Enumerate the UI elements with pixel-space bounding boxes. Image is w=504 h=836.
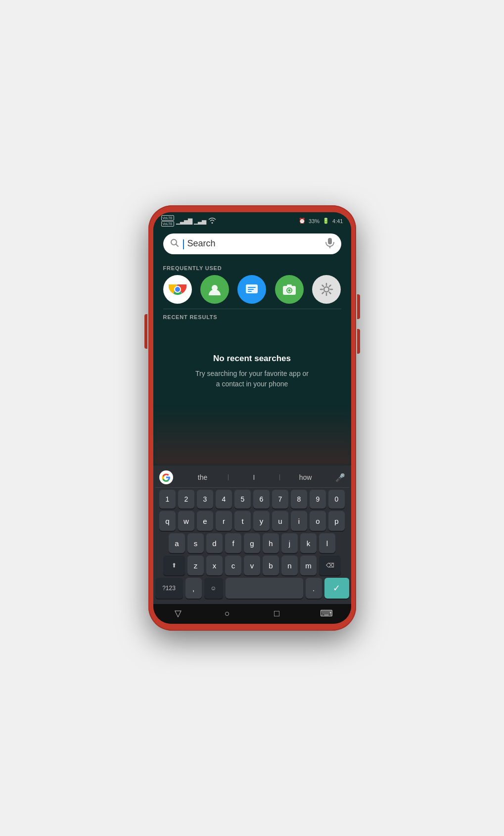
key-d[interactable]: d [206, 533, 223, 553]
key-y[interactable]: y [253, 511, 270, 531]
suggestion-the[interactable]: the [177, 472, 229, 482]
volume-down-button[interactable] [357, 329, 360, 354]
suggestion-i[interactable]: I [229, 472, 280, 482]
signal-strength: ▁▃▅▇ [176, 218, 192, 225]
key-0[interactable]: 0 [328, 490, 345, 509]
key-w[interactable]: w [178, 511, 194, 531]
nav-back-button[interactable]: ▽ [169, 608, 187, 619]
key-j[interactable]: j [281, 533, 298, 553]
signal-strength2: ▁▃▅ [194, 218, 206, 225]
key-3[interactable]: 3 [197, 490, 213, 509]
nav-recents-button[interactable]: □ [268, 608, 286, 619]
key-backspace[interactable]: ⌫ [319, 556, 341, 575]
key-k[interactable]: k [300, 533, 317, 553]
svg-line-23 [329, 292, 331, 294]
key-p[interactable]: p [328, 511, 345, 531]
app-icon-camera[interactable] [275, 275, 304, 304]
key-comma[interactable]: , [185, 578, 202, 599]
key-1[interactable]: 1 [159, 490, 176, 509]
search-input[interactable]: Search [183, 238, 321, 249]
app-icon-contacts[interactable] [200, 275, 229, 304]
key-q[interactable]: q [159, 511, 176, 531]
phone-screen: VoLTE VoLTE ▁▃▅▇ ▁▃▅ ⏰ 33% 🔋 4:41 [153, 212, 351, 624]
key-8[interactable]: 8 [291, 490, 307, 509]
key-n[interactable]: n [281, 556, 298, 575]
svg-line-22 [322, 285, 323, 287]
search-area: Search [153, 229, 351, 260]
key-period[interactable]: . [306, 578, 322, 599]
app-icon-messaging[interactable] [237, 275, 266, 304]
key-4[interactable]: 4 [216, 490, 232, 509]
key-6[interactable]: 6 [253, 490, 270, 509]
key-7[interactable]: 7 [272, 490, 288, 509]
key-g[interactable]: g [244, 533, 260, 553]
notch [232, 212, 272, 217]
volume-button[interactable] [144, 314, 147, 349]
recent-results-section: No recent searches Try searching for you… [153, 324, 351, 465]
app-icon-settings[interactable] [312, 275, 341, 304]
key-2[interactable]: 2 [178, 490, 194, 509]
power-button[interactable] [357, 294, 360, 319]
app-icon-chrome[interactable] [163, 275, 192, 304]
key-t[interactable]: t [234, 511, 251, 531]
volte-indicator: VoLTE [161, 215, 175, 221]
no-recent-title: No recent searches [168, 354, 336, 364]
keyboard-row-qwerty: q w e r t y u i o p [155, 511, 349, 531]
key-a[interactable]: a [169, 533, 185, 553]
svg-line-25 [322, 292, 323, 294]
key-s[interactable]: s [187, 533, 204, 553]
svg-rect-12 [248, 291, 252, 292]
frequently-used-label: FREQUENTLY USED [153, 260, 351, 275]
no-recent-subtitle: Try searching for your favorite app ora … [168, 369, 336, 389]
key-o[interactable]: o [310, 511, 326, 531]
key-space[interactable] [226, 578, 303, 599]
svg-line-1 [176, 244, 178, 247]
cursor [183, 239, 184, 249]
key-f[interactable]: f [225, 533, 241, 553]
key-9[interactable]: 9 [310, 490, 326, 509]
svg-point-15 [288, 289, 290, 292]
svg-point-7 [175, 287, 180, 292]
keyboard-mic-icon[interactable]: 🎤 [335, 473, 345, 482]
mic-icon[interactable] [325, 237, 334, 250]
nav-keyboard-button[interactable]: ⌨ [318, 608, 335, 619]
key-shift[interactable]: ⬆ [163, 556, 185, 575]
key-num-sym[interactable]: ?123 [155, 578, 183, 599]
key-b[interactable]: b [263, 556, 279, 575]
phone-frame: VoLTE VoLTE ▁▃▅▇ ▁▃▅ ⏰ 33% 🔋 4:41 [148, 205, 356, 631]
key-l[interactable]: l [319, 533, 335, 553]
keyboard: the I how 🎤 1 2 3 4 5 6 7 8 9 0 [153, 465, 351, 604]
key-x[interactable]: x [206, 556, 223, 575]
svg-rect-11 [248, 289, 254, 290]
nav-home-button[interactable]: ○ [219, 608, 236, 619]
key-u[interactable]: u [272, 511, 288, 531]
wifi-icon [208, 217, 217, 225]
battery-percent: 33% [309, 218, 320, 224]
key-v[interactable]: v [244, 556, 260, 575]
key-enter[interactable]: ✓ [324, 578, 349, 599]
search-icon [170, 238, 179, 249]
search-bar[interactable]: Search [163, 233, 341, 254]
keyboard-row-asdf: a s d f g h j k l [155, 533, 349, 553]
svg-rect-10 [248, 287, 256, 288]
key-5[interactable]: 5 [234, 490, 251, 509]
key-e[interactable]: e [197, 511, 213, 531]
svg-line-24 [329, 285, 331, 287]
key-i[interactable]: i [291, 511, 307, 531]
frequently-used-apps [153, 275, 351, 309]
key-z[interactable]: z [187, 556, 204, 575]
key-r[interactable]: r [216, 511, 232, 531]
key-emoji[interactable]: ☺ [204, 578, 223, 599]
keyboard-row-zxcv: ⬆ z x c v b n m ⌫ [155, 556, 349, 575]
keyboard-row-numbers: 1 2 3 4 5 6 7 8 9 0 [155, 490, 349, 509]
suggestion-how[interactable]: how [280, 472, 331, 482]
key-h[interactable]: h [263, 533, 279, 553]
nav-bar: ▽ ○ □ ⌨ [153, 604, 351, 624]
status-left: VoLTE VoLTE ▁▃▅▇ ▁▃▅ [161, 215, 217, 227]
status-right: ⏰ 33% 🔋 4:41 [299, 218, 343, 224]
svg-rect-16 [287, 284, 292, 286]
svg-point-17 [324, 287, 329, 292]
key-m[interactable]: m [300, 556, 317, 575]
search-placeholder: Search [187, 238, 216, 248]
key-c[interactable]: c [225, 556, 241, 575]
